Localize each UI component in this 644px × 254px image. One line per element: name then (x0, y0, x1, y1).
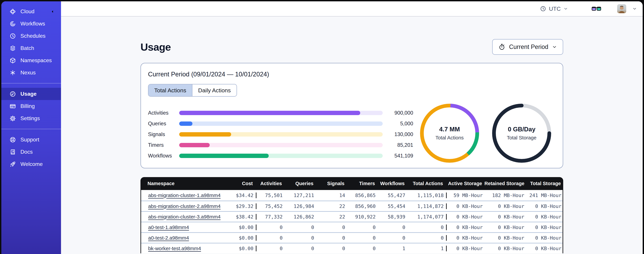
sidebar-item-namespaces[interactable]: Namespaces (1, 54, 61, 66)
table-row: bk-worker-test.a98mm4 $0.00 0 0 0 0 1 1 … (141, 243, 562, 253)
namespace-usage-table: Namespace Cost Activities Queries Signal… (140, 177, 563, 253)
cell-workflows: 55,454 (378, 204, 408, 209)
namespace-link[interactable]: a0-test-2.a98mm4 (148, 235, 189, 240)
sidebar-item-nexus[interactable]: Nexus (1, 66, 61, 79)
cell-signals: 22 (316, 214, 348, 220)
cell-cost: $0.00 (234, 246, 256, 251)
namespace-link[interactable]: a0-test-1.a98mm4 (148, 224, 189, 230)
period-selector-button[interactable]: Current Period (492, 39, 563, 55)
welcome-rocket-icon (10, 161, 16, 168)
cell-total-storage: 241 MB-Hour (527, 192, 564, 198)
cell-active-storage: 59 MB-Hour (446, 192, 485, 198)
account-menu[interactable] (617, 4, 637, 13)
bar-value: 541,109 (387, 153, 413, 159)
sidebar-item-billing[interactable]: Billing (1, 100, 61, 112)
donut-value: 0 GB/Day (508, 126, 536, 133)
timezone-selector[interactable]: UTC (540, 6, 568, 12)
sidebar-brand-cloud[interactable]: Cloud (1, 5, 61, 18)
cell-timers: 0 (348, 246, 378, 251)
cell-activities: 75,501 (256, 192, 285, 198)
sidebar-item-label: Workflows (20, 20, 45, 27)
bar-label: Signals (148, 131, 179, 138)
sidebar-item-label: Namespaces (20, 57, 52, 64)
cell-workflows: 0 (378, 224, 408, 230)
column-header-activities: Activities (255, 181, 284, 186)
cell-total-storage: 0 KB-Hour (527, 246, 564, 251)
card-title: Current Period (09/01/2024 — 10/01/2024) (148, 71, 556, 78)
sidebar-item-welcome[interactable]: Welcome (1, 158, 61, 170)
bar-track (179, 143, 383, 147)
settings-gear-icon (10, 115, 16, 122)
cell-retained-storage: 182 MB-Hour (485, 192, 527, 198)
bar-fill (179, 143, 210, 147)
bar-value: 5,000 (387, 121, 413, 127)
sidebar-item-label: Usage (20, 91, 36, 97)
donut-value: 4.7 MM (439, 126, 460, 133)
cell-retained-storage: 0 KB-Hour (485, 246, 527, 251)
sidebar-divider (1, 83, 61, 84)
bar-value: 85,201 (387, 142, 413, 148)
column-header-total-actions: Total Actions (407, 181, 445, 186)
column-header-cost: Cost (233, 181, 255, 186)
cell-activities: 0 (256, 246, 285, 251)
sidebar-item-usage[interactable]: Usage (1, 88, 61, 100)
cell-total-storage: 0 KB-Hour (527, 235, 564, 241)
bar-label: Queries (148, 121, 179, 127)
bar-track (179, 132, 383, 136)
page-title: Usage (140, 41, 171, 53)
cell-activities: 0 (256, 235, 285, 241)
sidebar-item-settings[interactable]: Settings (1, 112, 61, 124)
sidebar-item-docs[interactable]: Docs (1, 146, 61, 158)
namespace-link[interactable]: bk-worker-test.a98mm4 (148, 246, 201, 251)
sidebar-item-workflows[interactable]: Workflows (1, 18, 61, 30)
cell-activities: 77,332 (256, 214, 285, 220)
cell-active-storage: 0 KB-Hour (446, 224, 485, 230)
cell-cost: $29.32 (234, 204, 256, 209)
tab-daily-actions[interactable]: Daily Actions (192, 84, 236, 96)
bar-label: Timers (148, 142, 179, 148)
column-header-namespace: Namespace (140, 181, 233, 186)
glasses-icon (592, 5, 601, 12)
cell-total-actions: 0 (408, 224, 446, 230)
period-selector-label: Current Period (509, 44, 548, 50)
namespace-link[interactable]: abs-migration-cluster-3.a98mm4 (148, 214, 220, 220)
cell-timers: 856,960 (348, 204, 378, 209)
cell-signals: 22 (316, 204, 348, 209)
clock-icon (540, 6, 546, 12)
bar-fill (179, 154, 269, 158)
cell-signals: 0 (316, 246, 348, 251)
total-storage-donut: 0 GB/Day Total Storage (492, 103, 552, 163)
feedback-glasses-button[interactable] (592, 5, 601, 12)
cell-timers: 910,922 (348, 214, 378, 220)
sidebar-divider (1, 129, 61, 129)
chevron-down-icon (563, 6, 568, 11)
cell-workflows: 0 (378, 235, 408, 241)
user-avatar[interactable] (617, 4, 626, 13)
cell-active-storage: 0 KB-Hour (446, 246, 485, 251)
sidebar-item-schedules[interactable]: Schedules (1, 30, 61, 42)
cell-retained-storage: 0 KB-Hour (485, 204, 527, 209)
cell-total-storage: 0 KB-Hour (527, 224, 564, 230)
sidebar-item-support[interactable]: Support (1, 134, 61, 146)
namespaces-icon (10, 57, 16, 64)
cell-retained-storage: 0 KB-Hour (485, 214, 527, 220)
cell-retained-storage: 0 KB-Hour (485, 235, 527, 241)
cell-queries: 0 (285, 246, 316, 251)
bar-fill (179, 111, 360, 115)
sidebar-item-label: Batch (20, 45, 34, 51)
cell-active-storage: 0 KB-Hour (446, 214, 485, 220)
chevron-down-icon (632, 6, 637, 11)
tab-total-actions[interactable]: Total Actions (148, 84, 192, 96)
support-lifebuoy-icon (10, 136, 16, 143)
namespace-link[interactable]: abs-migration-cluster-2.a98mm4 (148, 204, 220, 209)
cell-activities: 75,452 (256, 204, 285, 209)
table-row: a0-test-1.a98mm4 $0.00 0 0 0 0 0 0 0 KB-… (141, 222, 562, 232)
cell-queries: 127,211 (285, 192, 316, 198)
namespace-link[interactable]: abs-migration-cluster-1.a98mm4 (148, 192, 220, 198)
sidebar-item-batch[interactable]: Batch (1, 42, 61, 54)
bar-fill (179, 122, 192, 126)
sidebar-brand-label: Cloud (20, 8, 34, 14)
cell-queries: 126,984 (285, 204, 316, 209)
main-area: UTC (61, 1, 643, 254)
chevron-left-icon[interactable] (50, 9, 55, 14)
